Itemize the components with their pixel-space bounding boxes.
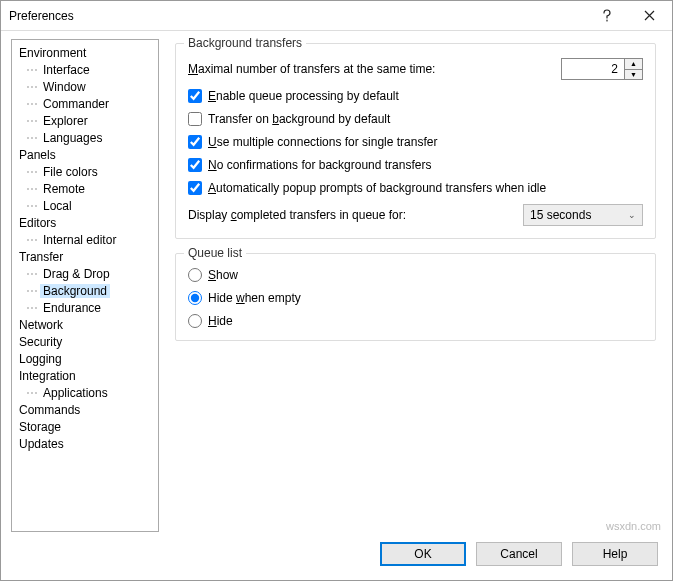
ok-button[interactable]: OK xyxy=(380,542,466,566)
tree-interface[interactable]: ⋯Interface xyxy=(12,61,158,78)
group-background-transfers: Background transfers Maximal number of t… xyxy=(175,43,656,239)
max-transfers-spinner[interactable]: ▲ ▼ xyxy=(561,58,643,80)
no-confirmations-checkbox[interactable]: No confirmations for background transfer… xyxy=(188,158,643,172)
tree-transfer[interactable]: Transfer xyxy=(12,248,158,265)
content-pane: Background transfers Maximal number of t… xyxy=(169,39,662,532)
max-transfers-label: Maximal number of transfers at the same … xyxy=(188,62,561,76)
tree-commander[interactable]: ⋯Commander xyxy=(12,95,158,112)
footer: OK Cancel Help xyxy=(1,532,672,580)
show-radio[interactable]: Show xyxy=(188,268,643,282)
enable-queue-checkbox[interactable]: Enable queue processing by default xyxy=(188,89,643,103)
tree-local[interactable]: ⋯Local xyxy=(12,197,158,214)
spinner-down-icon[interactable]: ▼ xyxy=(625,70,642,80)
auto-popup-checkbox[interactable]: Automatically popup prompts of backgroun… xyxy=(188,181,643,195)
tree-explorer[interactable]: ⋯Explorer xyxy=(12,112,158,129)
tree-window[interactable]: ⋯Window xyxy=(12,78,158,95)
use-multiple-connections-checkbox[interactable]: Use multiple connections for single tran… xyxy=(188,135,643,149)
tree-remote[interactable]: ⋯Remote xyxy=(12,180,158,197)
tree-integration[interactable]: Integration xyxy=(12,367,158,384)
tree-filecolors[interactable]: ⋯File colors xyxy=(12,163,158,180)
help-icon[interactable] xyxy=(586,2,628,30)
spinner-up-icon[interactable]: ▲ xyxy=(625,59,642,70)
watermark: wsxdn.com xyxy=(606,520,661,532)
preferences-dialog: Preferences Environment ⋯Interface ⋯Wind… xyxy=(0,0,673,581)
tree-updates[interactable]: Updates xyxy=(12,435,158,452)
tree-dragdrop[interactable]: ⋯Drag & Drop xyxy=(12,265,158,282)
window-title: Preferences xyxy=(9,9,586,23)
tree-storage[interactable]: Storage xyxy=(12,418,158,435)
tree-background[interactable]: ⋯Background xyxy=(12,282,158,299)
hide-radio[interactable]: Hide xyxy=(188,314,643,328)
display-completed-value: 15 seconds xyxy=(530,208,591,222)
display-completed-select[interactable]: 15 seconds ⌄ xyxy=(523,204,643,226)
group-title: Queue list xyxy=(184,246,246,260)
tree-network[interactable]: Network xyxy=(12,316,158,333)
chevron-down-icon: ⌄ xyxy=(628,210,636,220)
tree-panels[interactable]: Panels xyxy=(12,146,158,163)
transfer-background-checkbox[interactable]: Transfer on background by default xyxy=(188,112,643,126)
tree-commands[interactable]: Commands xyxy=(12,401,158,418)
tree-applications[interactable]: ⋯Applications xyxy=(12,384,158,401)
tree-security[interactable]: Security xyxy=(12,333,158,350)
tree-logging[interactable]: Logging xyxy=(12,350,158,367)
titlebar: Preferences xyxy=(1,1,672,31)
hide-when-empty-radio[interactable]: Hide when empty xyxy=(188,291,643,305)
tree-environment[interactable]: Environment xyxy=(12,44,158,61)
tree-endurance[interactable]: ⋯Endurance xyxy=(12,299,158,316)
tree-internaleditor[interactable]: ⋯Internal editor xyxy=(12,231,158,248)
close-icon[interactable] xyxy=(628,2,670,30)
display-completed-label: Display completed transfers in queue for… xyxy=(188,208,523,222)
group-queue-list: Queue list Show Hide when empty Hide xyxy=(175,253,656,341)
max-transfers-input[interactable] xyxy=(562,59,624,79)
cancel-button[interactable]: Cancel xyxy=(476,542,562,566)
tree-editors[interactable]: Editors xyxy=(12,214,158,231)
help-button[interactable]: Help xyxy=(572,542,658,566)
navigation-tree: Environment ⋯Interface ⋯Window ⋯Commande… xyxy=(11,39,159,532)
group-title: Background transfers xyxy=(184,36,306,50)
tree-languages[interactable]: ⋯Languages xyxy=(12,129,158,146)
